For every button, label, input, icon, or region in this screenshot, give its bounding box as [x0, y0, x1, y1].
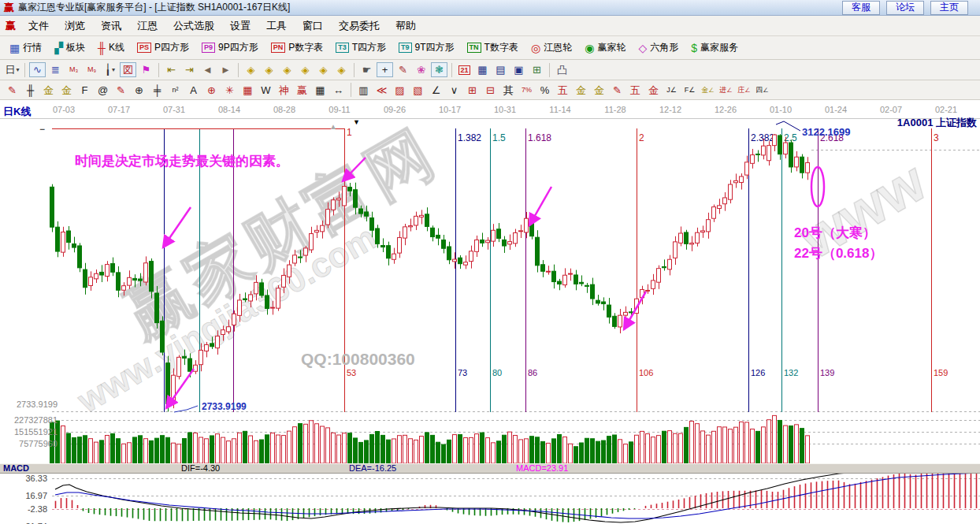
gann-fan-circle-icon[interactable]: ⊕ — [203, 83, 220, 98]
pen2-icon[interactable]: ✎ — [609, 83, 625, 98]
gold-circle-icon[interactable]: 金 — [573, 83, 589, 98]
pct-icon[interactable]: % — [536, 83, 553, 98]
diamond-up-icon[interactable]: ◈ — [315, 62, 332, 77]
angle-pen-icon[interactable]: ✎ — [395, 62, 411, 77]
wu-pct-icon[interactable]: 五 — [555, 83, 571, 98]
gold-ruler2-icon[interactable]: 金 — [58, 83, 75, 98]
t9-square-button[interactable]: T99T四方形 — [392, 41, 461, 54]
menu-item-窗口[interactable]: 窗口 — [295, 17, 331, 35]
diamond-compress-icon[interactable]: ◈ — [297, 62, 314, 77]
star-web-icon[interactable]: ✳ — [221, 83, 238, 98]
qi-tool-icon[interactable]: 其 — [500, 83, 517, 98]
menu-item-设置[interactable]: 设置 — [222, 17, 258, 35]
gann-grid-line-icon[interactable]: ╫ — [22, 83, 39, 98]
si-angle-icon[interactable]: 四∠ — [754, 83, 770, 98]
candle-style-dropdown[interactable]: 日▾ — [4, 62, 20, 77]
square-ruler-icon[interactable]: ▥ — [355, 83, 372, 98]
last-page-icon[interactable]: ⇥ — [181, 62, 198, 77]
ruler-lines-icon[interactable]: ╪ — [149, 83, 165, 98]
p-square-button[interactable]: PSP四方形 — [131, 41, 195, 54]
save-icon[interactable]: ▣ — [510, 62, 527, 77]
n-square-icon[interactable]: n² — [167, 83, 184, 98]
gold-ruler-icon[interactable]: 金 — [40, 83, 57, 98]
menu-item-交易委托[interactable]: 交易委托 — [331, 17, 388, 35]
crosshair-tool-icon[interactable]: + — [377, 62, 393, 77]
circle-cross-icon[interactable]: ⊕ — [131, 83, 147, 98]
t-number-table-button[interactable]: TNT数字表 — [461, 41, 525, 54]
hexagon-button[interactable]: ◇六角形 — [632, 41, 685, 54]
menu-item-江恩[interactable]: 江恩 — [129, 17, 165, 35]
draw-pen-icon[interactable]: ✎ — [4, 83, 20, 98]
printer-icon[interactable]: 凸 — [554, 62, 570, 77]
next-bar-icon[interactable]: ► — [217, 62, 234, 77]
kline-button[interactable]: ╫K线 — [91, 41, 131, 54]
gann-flower-icon[interactable]: ❀ — [413, 62, 429, 77]
title-bar[interactable]: 赢 赢家江恩专业版[赢家服务平台] - [上证指数 SH1A0001-167日K… — [0, 0, 980, 16]
sectors-button[interactable]: ▞板块 — [48, 41, 91, 54]
winner-service-button[interactable]: $赢家服务 — [685, 41, 744, 54]
f-angle-icon[interactable]: F∠ — [681, 83, 698, 98]
diamond-expand-icon[interactable]: ◈ — [279, 62, 295, 77]
p-number-table-button[interactable]: PNP数字表 — [265, 41, 330, 54]
gold-line-icon[interactable]: 金 — [591, 83, 607, 98]
angle-line-icon[interactable]: ∠ — [428, 83, 444, 98]
web-box-icon[interactable]: ▧ — [410, 83, 426, 98]
jin-angle-icon[interactable]: 进∠ — [718, 83, 734, 98]
calendar-icon[interactable]: 21 — [456, 62, 473, 77]
macd-pane-divider[interactable]: MACDDIF=-4.30DEA=-16.25MACD=23.91 — [0, 463, 980, 474]
menu-item-资讯[interactable]: 资讯 — [93, 17, 129, 35]
customer-service-button[interactable]: 客服 — [842, 1, 880, 15]
p9-square-button[interactable]: P99P四方形 — [195, 41, 265, 54]
candlestick-chart[interactable]: 赢家财富网www.yingjia360.comwww日K线07-0307-170… — [0, 100, 980, 524]
gann-wheel-button[interactable]: ◎江恩轮 — [525, 41, 578, 54]
web-grid-icon[interactable]: ▦ — [239, 83, 256, 98]
spiral-tool-icon[interactable]: @ — [95, 83, 111, 98]
menu-item-浏览[interactable]: 浏览 — [57, 17, 93, 35]
fan-box-icon[interactable]: ▨ — [392, 83, 408, 98]
chart-m9-icon[interactable]: M₉ — [84, 62, 100, 77]
wave-indicator-icon[interactable]: ∿ — [29, 62, 46, 77]
v-line-icon[interactable]: ∨ — [446, 83, 462, 98]
notes-icon[interactable]: ▤ — [492, 62, 509, 77]
network-icon[interactable]: ⊞ — [529, 62, 545, 77]
menu-item-工具[interactable]: 工具 — [258, 17, 295, 35]
wave-w-icon[interactable]: W — [258, 83, 274, 98]
prev-bar-icon[interactable]: ◄ — [199, 62, 216, 77]
forum-button[interactable]: 论坛 — [886, 1, 924, 15]
diamond-left-icon[interactable]: ◈ — [243, 62, 259, 77]
price-grid2-icon[interactable]: ⊟ — [482, 83, 499, 98]
chart-m3-icon[interactable]: M₃ — [65, 62, 82, 77]
t-square-button[interactable]: T3T四方形 — [329, 41, 392, 54]
menu-item-文件[interactable]: 文件 — [20, 17, 57, 35]
diamond-right-icon[interactable]: ◈ — [261, 62, 277, 77]
j-angle-icon[interactable]: J∠ — [663, 83, 680, 98]
first-page-icon[interactable]: ⇤ — [163, 62, 180, 77]
diamond-down-icon[interactable]: ◈ — [333, 62, 350, 77]
fan-lines-icon[interactable]: ≪ — [373, 83, 390, 98]
flag-icon[interactable]: ⚑ — [138, 62, 154, 77]
calculator-icon[interactable]: ▦ — [474, 62, 491, 77]
zhuang-angle-icon[interactable]: 庄∠ — [736, 83, 752, 98]
angle-a-icon[interactable]: A — [185, 83, 202, 98]
menu-item-帮助[interactable]: 帮助 — [388, 17, 424, 35]
ying-tool-icon[interactable]: 赢 — [294, 83, 310, 98]
gold-red-icon[interactable]: 金 — [645, 83, 662, 98]
price-grid-icon[interactable]: ⊞ — [464, 83, 481, 98]
seven-pct-icon[interactable]: 7% — [518, 83, 535, 98]
menu-item-公式选股[interactable]: 公式选股 — [165, 17, 222, 35]
hand-tool-icon[interactable]: ☛ — [358, 62, 375, 77]
info-document-icon[interactable]: ≣ — [47, 62, 64, 77]
brush-tool-icon[interactable]: ✎ — [113, 83, 129, 98]
bar-width-dropdown[interactable]: ╽▾ — [102, 62, 118, 77]
fibonacci-f-icon[interactable]: F — [76, 83, 93, 98]
winner-wheel-button[interactable]: ◉赢家轮 — [578, 41, 632, 54]
chart-area[interactable]: 赢家财富网www.yingjia360.comwww日K线07-0307-170… — [0, 100, 980, 524]
wu-a-icon[interactable]: 五 — [627, 83, 644, 98]
gold-angle-icon[interactable]: 金∠ — [700, 83, 716, 98]
grid-123-icon[interactable]: ▦ — [312, 83, 329, 98]
shen-tool-icon[interactable]: 神 — [276, 83, 292, 98]
gann-leaf-icon[interactable]: ❃ — [431, 62, 447, 77]
homepage-button[interactable]: 主页 — [930, 1, 968, 15]
span-arrow-icon[interactable]: ↔ — [330, 83, 347, 98]
market-quotes-button[interactable]: ▦行情 — [3, 41, 48, 54]
